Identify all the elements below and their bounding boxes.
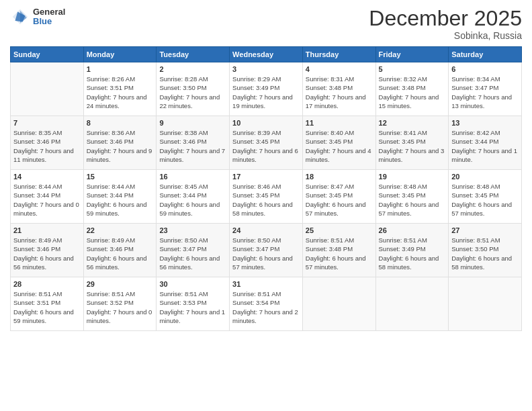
day-number: 11 [306, 119, 373, 127]
col-monday: Monday [83, 47, 157, 62]
sunset-text: Sunset: 3:44 PM [451, 137, 519, 146]
sunrise-text: Sunrise: 8:39 AM [232, 128, 300, 137]
sunrise-text: Sunrise: 8:46 AM [232, 182, 300, 191]
sunrise-text: Sunrise: 8:49 AM [13, 236, 81, 244]
day-info: Sunrise: 8:31 AM Sunset: 3:48 PM Dayligh… [306, 75, 373, 110]
day-info: Sunrise: 8:49 AM Sunset: 3:46 PM Dayligh… [13, 236, 81, 271]
location-subtitle: Sobinka, Russia [369, 30, 522, 41]
daylight-text: Daylight: 6 hours and 57 minutes. [306, 200, 373, 218]
day-info: Sunrise: 8:39 AM Sunset: 3:45 PM Dayligh… [232, 128, 300, 164]
table-row: 3 Sunrise: 8:29 AM Sunset: 3:49 PM Dayli… [230, 62, 303, 116]
daylight-text: Daylight: 6 hours and 56 minutes. [13, 254, 81, 272]
sunrise-text: Sunrise: 8:42 AM [451, 128, 519, 137]
daylight-text: Daylight: 7 hours and 6 minutes. [232, 146, 300, 165]
day-number: 7 [13, 119, 81, 127]
daylight-text: Daylight: 6 hours and 58 minutes. [232, 200, 300, 218]
table-row: 7 Sunrise: 8:35 AM Sunset: 3:46 PM Dayli… [11, 116, 84, 170]
sunrise-text: Sunrise: 8:32 AM [379, 75, 446, 83]
table-row [11, 62, 84, 116]
logo-blue-text: Blue [33, 17, 65, 26]
daylight-text: Daylight: 6 hours and 58 minutes. [451, 254, 519, 272]
table-row: 17 Sunrise: 8:46 AM Sunset: 3:45 PM Dayl… [230, 170, 303, 224]
day-info: Sunrise: 8:51 AM Sunset: 3:51 PM Dayligh… [13, 289, 81, 325]
day-number: 18 [306, 173, 373, 181]
day-info: Sunrise: 8:36 AM Sunset: 3:46 PM Dayligh… [87, 128, 154, 164]
header: General Blue December 2025 Sobinka, Russ… [10, 7, 522, 41]
sunrise-text: Sunrise: 8:34 AM [451, 75, 519, 83]
day-info: Sunrise: 8:34 AM Sunset: 3:47 PM Dayligh… [451, 75, 519, 110]
sunset-text: Sunset: 3:45 PM [379, 137, 446, 146]
sunset-text: Sunset: 3:51 PM [87, 83, 154, 92]
table-row: 12 Sunrise: 8:41 AM Sunset: 3:45 PM Dayl… [375, 116, 449, 170]
daylight-text: Daylight: 6 hours and 56 minutes. [87, 254, 154, 272]
sunset-text: Sunset: 3:50 PM [451, 244, 519, 253]
table-row [375, 277, 449, 331]
daylight-text: Daylight: 7 hours and 2 minutes. [232, 308, 300, 326]
logo: General Blue [10, 7, 65, 27]
sunset-text: Sunset: 3:45 PM [232, 137, 300, 146]
table-row: 20 Sunrise: 8:48 AM Sunset: 3:45 PM Dayl… [449, 170, 522, 224]
table-row: 11 Sunrise: 8:40 AM Sunset: 3:45 PM Dayl… [302, 116, 375, 170]
sunrise-text: Sunrise: 8:50 AM [159, 236, 226, 244]
sunset-text: Sunset: 3:50 PM [159, 83, 226, 92]
table-row: 24 Sunrise: 8:50 AM Sunset: 3:47 PM Dayl… [230, 224, 303, 277]
day-number: 13 [451, 119, 519, 127]
daylight-text: Daylight: 6 hours and 58 minutes. [379, 254, 446, 272]
daylight-text: Daylight: 7 hours and 0 minutes. [87, 308, 154, 326]
sunset-text: Sunset: 3:45 PM [232, 191, 300, 199]
day-info: Sunrise: 8:42 AM Sunset: 3:44 PM Dayligh… [451, 128, 519, 164]
day-info: Sunrise: 8:29 AM Sunset: 3:49 PM Dayligh… [232, 75, 300, 110]
day-info: Sunrise: 8:26 AM Sunset: 3:51 PM Dayligh… [87, 75, 154, 110]
day-number: 5 [379, 65, 446, 73]
sunset-text: Sunset: 3:48 PM [379, 83, 446, 92]
daylight-text: Daylight: 6 hours and 59 minutes. [159, 200, 226, 218]
day-number: 28 [13, 280, 81, 288]
day-number: 31 [232, 280, 300, 288]
table-row: 9 Sunrise: 8:38 AM Sunset: 3:46 PM Dayli… [157, 116, 230, 170]
day-info: Sunrise: 8:48 AM Sunset: 3:45 PM Dayligh… [379, 182, 446, 218]
table-row: 15 Sunrise: 8:44 AM Sunset: 3:44 PM Dayl… [83, 170, 157, 224]
daylight-text: Daylight: 7 hours and 19 minutes. [232, 93, 300, 111]
day-number: 8 [87, 119, 154, 127]
table-row: 31 Sunrise: 8:51 AM Sunset: 3:54 PM Dayl… [230, 277, 303, 331]
sunset-text: Sunset: 3:46 PM [13, 244, 81, 253]
day-number: 26 [379, 226, 446, 234]
daylight-text: Daylight: 7 hours and 22 minutes. [159, 93, 226, 111]
day-info: Sunrise: 8:46 AM Sunset: 3:45 PM Dayligh… [232, 182, 300, 218]
calendar-week-row: 21 Sunrise: 8:49 AM Sunset: 3:46 PM Dayl… [11, 224, 522, 277]
day-info: Sunrise: 8:40 AM Sunset: 3:45 PM Dayligh… [306, 128, 373, 164]
day-number: 29 [87, 280, 154, 288]
logo-icon [10, 7, 30, 27]
daylight-text: Daylight: 6 hours and 59 minutes. [13, 308, 81, 326]
sunrise-text: Sunrise: 8:36 AM [87, 128, 154, 137]
sunrise-text: Sunrise: 8:28 AM [159, 75, 226, 83]
sunrise-text: Sunrise: 8:45 AM [159, 182, 226, 191]
day-number: 15 [87, 173, 154, 181]
sunrise-text: Sunrise: 8:31 AM [306, 75, 373, 83]
daylight-text: Daylight: 7 hours and 24 minutes. [87, 93, 154, 111]
calendar-table: Sunday Monday Tuesday Wednesday Thursday… [10, 46, 522, 331]
day-number: 20 [451, 173, 519, 181]
sunrise-text: Sunrise: 8:51 AM [159, 289, 226, 298]
month-title: December 2025 [369, 7, 522, 30]
daylight-text: Daylight: 7 hours and 7 minutes. [159, 146, 226, 165]
day-info: Sunrise: 8:51 AM Sunset: 3:53 PM Dayligh… [159, 289, 226, 325]
sunrise-text: Sunrise: 8:41 AM [379, 128, 446, 137]
sunrise-text: Sunrise: 8:40 AM [306, 128, 373, 137]
day-info: Sunrise: 8:41 AM Sunset: 3:45 PM Dayligh… [379, 128, 446, 164]
sunset-text: Sunset: 3:45 PM [306, 137, 373, 146]
table-row: 27 Sunrise: 8:51 AM Sunset: 3:50 PM Dayl… [449, 224, 522, 277]
day-info: Sunrise: 8:47 AM Sunset: 3:45 PM Dayligh… [306, 182, 373, 218]
sunset-text: Sunset: 3:48 PM [306, 83, 373, 92]
daylight-text: Daylight: 7 hours and 4 minutes. [306, 146, 373, 165]
day-number: 19 [379, 173, 446, 181]
table-row: 23 Sunrise: 8:50 AM Sunset: 3:47 PM Dayl… [157, 224, 230, 277]
day-number: 10 [232, 119, 300, 127]
daylight-text: Daylight: 7 hours and 1 minute. [159, 308, 226, 326]
daylight-text: Daylight: 6 hours and 59 minutes. [87, 200, 154, 218]
table-row: 14 Sunrise: 8:44 AM Sunset: 3:44 PM Dayl… [11, 170, 84, 224]
sunrise-text: Sunrise: 8:44 AM [87, 182, 154, 191]
sunset-text: Sunset: 3:45 PM [306, 191, 373, 199]
col-thursday: Thursday [302, 47, 375, 62]
day-number: 9 [159, 119, 226, 127]
